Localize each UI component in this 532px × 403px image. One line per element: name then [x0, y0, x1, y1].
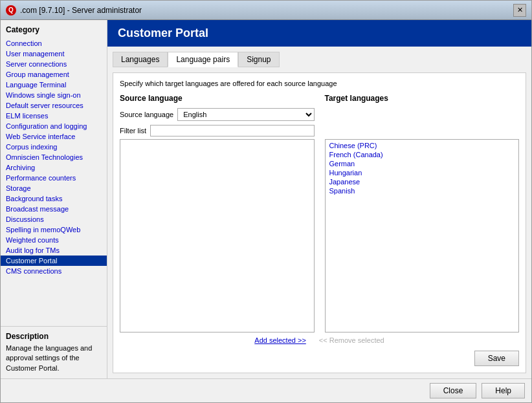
list-item-hungarian[interactable]: Hungarian	[327, 168, 518, 177]
sidebar-item-spelling[interactable]: Spelling in memoQWeb	[1, 224, 107, 235]
list-item-spanish[interactable]: Spanish	[327, 186, 518, 195]
tab-content: Specify which target languages are offer…	[113, 72, 526, 373]
sidebar-item-archiving[interactable]: Archiving	[1, 162, 107, 173]
sidebar-item-discussions[interactable]: Discussions	[1, 214, 107, 224]
sidebar-item-connection[interactable]: Connection	[1, 38, 107, 49]
sidebar-item-background-tasks[interactable]: Background tasks	[1, 193, 107, 204]
source-list-box[interactable]	[120, 139, 315, 332]
sidebar-description: Description Manage the languages and app…	[1, 326, 107, 378]
sidebar-item-group-management[interactable]: Group management	[1, 69, 107, 80]
main-content: Category Connection User management Serv…	[1, 20, 531, 378]
filter-section: Filter list	[120, 125, 315, 136]
tab-description: Specify which target languages are offer…	[120, 80, 519, 87]
description-title: Description	[6, 332, 102, 341]
tab-language-pairs[interactable]: Language pairs	[168, 52, 238, 67]
list-item-japanese[interactable]: Japanese	[327, 177, 518, 186]
source-col-header: Source language	[120, 94, 315, 103]
sidebar-item-language-terminal[interactable]: Language Terminal	[1, 80, 107, 90]
tab-languages[interactable]: Languages	[113, 52, 168, 67]
sidebar-item-audit-log[interactable]: Audit log for TMs	[1, 245, 107, 256]
list-item-chinese-prc[interactable]: Chinese (PRC)	[327, 141, 518, 150]
col-headers: Source language Target languages	[120, 94, 519, 105]
description-text: Manage the languages and approval settin…	[6, 343, 102, 373]
sidebar-item-customer-portal[interactable]: Customer Portal	[1, 256, 107, 266]
panel-body: Languages Language pairs Signup Specify …	[107, 47, 531, 378]
window-close-button[interactable]: ✕	[513, 4, 526, 17]
sidebar-item-weighted-counts[interactable]: Weighted counts	[1, 235, 107, 245]
title-bar: Q .com [9.7.10] - Server administrator ✕	[1, 1, 531, 20]
sidebar-list: Connection User management Server connec…	[1, 37, 107, 326]
sidebar-item-configuration-logging[interactable]: Configuration and logging	[1, 121, 107, 131]
sidebar-item-server-connections[interactable]: Server connections	[1, 59, 107, 69]
tabs-container: Languages Language pairs Signup	[113, 52, 526, 67]
action-row: Add selected >> << Remove selected	[120, 332, 519, 348]
target-list-box[interactable]: Chinese (PRC) French (Canada) German Hun…	[325, 139, 520, 332]
sidebar-item-corpus-indexing[interactable]: Corpus indexing	[1, 142, 107, 152]
source-col-header-area: Source language	[120, 94, 315, 105]
bottom-bar: Close Help	[1, 378, 531, 402]
source-language-label: Source language	[120, 111, 173, 118]
lists-container: Chinese (PRC) French (Canada) German Hun…	[120, 139, 519, 332]
window-title: .com [9.7.10] - Server administrator	[20, 6, 142, 15]
filter-label: Filter list	[120, 127, 146, 135]
sidebar-item-windows-sso[interactable]: Windows single sign-on	[1, 90, 107, 100]
sidebar-item-omniscien[interactable]: Omniscien Technologies	[1, 152, 107, 162]
sidebar-item-user-management[interactable]: User management	[1, 49, 107, 59]
list-item-german[interactable]: German	[327, 159, 518, 168]
title-bar-left: Q .com [9.7.10] - Server administrator	[6, 5, 142, 16]
main-window: Q .com [9.7.10] - Server administrator ✕…	[0, 0, 532, 403]
sidebar-item-cms-connections[interactable]: CMS connections	[1, 266, 107, 276]
sidebar: Category Connection User management Serv…	[1, 20, 107, 378]
source-language-row: Source language English	[120, 108, 519, 121]
help-button[interactable]: Help	[482, 383, 525, 398]
list-item-french-canada[interactable]: French (Canada)	[327, 150, 518, 159]
sidebar-item-performance-counters[interactable]: Performance counters	[1, 173, 107, 183]
remove-selected-link[interactable]: << Remove selected	[319, 336, 384, 344]
sidebar-item-web-service-interface[interactable]: Web Service interface	[1, 131, 107, 142]
tab-signup[interactable]: Signup	[238, 52, 279, 67]
close-button[interactable]: Close	[430, 383, 477, 398]
sidebar-item-broadcast-message[interactable]: Broadcast message	[1, 204, 107, 214]
filter-row: Filter list	[120, 125, 519, 136]
panel-title: Customer Portal	[107, 20, 531, 47]
target-col-header-area: Target languages	[325, 94, 520, 105]
source-language-dropdown[interactable]: English	[177, 108, 314, 121]
add-selected-link[interactable]: Add selected >>	[254, 336, 306, 344]
sidebar-category-label: Category	[1, 20, 107, 37]
main-panel: Customer Portal Languages Language pairs…	[107, 20, 531, 378]
sidebar-item-elm-licenses[interactable]: ELM licenses	[1, 111, 107, 121]
app-icon: Q	[6, 5, 16, 16]
save-button[interactable]: Save	[474, 351, 519, 366]
target-col-header: Target languages	[325, 94, 520, 103]
sidebar-item-default-server-resources[interactable]: Default server resources	[1, 100, 107, 111]
filter-input[interactable]	[150, 125, 315, 136]
source-language-selector: Source language English	[120, 108, 315, 121]
save-row: Save	[120, 348, 519, 366]
sidebar-item-storage[interactable]: Storage	[1, 183, 107, 193]
